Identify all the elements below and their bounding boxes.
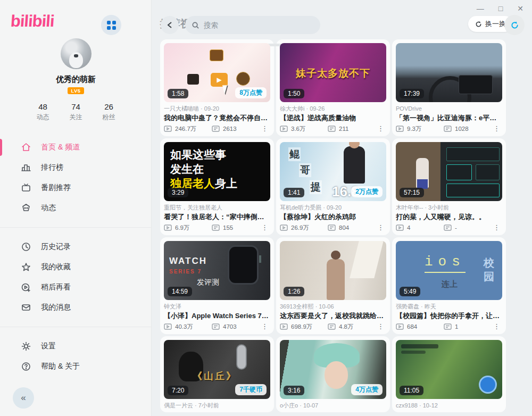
window-controls: — □ ✕ [477,3,523,14]
video-title: 【逆战】逆战高质量油物 [280,114,386,122]
user-profile: 优秀的萌新 LV5 48 动态 74 关注 26 粉丝 [0,38,152,122]
more-menu-button[interactable]: ⋮ [492,224,502,231]
video-card[interactable]: 妹子太多放不下 1:50 徐大大帅i · 09-26 【逆战】逆战高质量油物 3… [276,39,390,136]
more-menu-button[interactable]: ⋮ [492,323,502,330]
like-badge: 4万点赞 [351,384,383,395]
play-count-icon [396,126,404,132]
minimize-button[interactable]: — [477,3,484,14]
more-menu-button[interactable]: ⋮ [376,323,386,330]
video-card[interactable]: 17:39 POVDrive 「第一视角」比亚迪海豚：e平台3.0首… 9.3万… [392,39,506,136]
clock-icon [21,242,31,252]
more-menu-button[interactable]: ⋮ [376,224,386,231]
uploader-line: 36913全梓熙 · 10-06 [280,303,386,310]
more-menu-button[interactable]: ⋮ [376,125,386,132]
more-menu-button[interactable]: ⋮ [260,323,270,330]
danmaku-count: 4.8万 [339,323,354,330]
maximize-button[interactable]: □ [498,3,503,14]
danmaku-count: 211 [339,125,348,132]
danmaku-icon [444,126,452,132]
video-thumbnail: 妹子太多放不下 1:50 [280,43,386,102]
video-grid: ▶ 1:58 8万点赞 一只大橘喵喵 · 09-20 我的电脑中蛊了？竟然会不停… [160,39,513,412]
sidebar-item-settings[interactable]: 设置 [0,336,152,356]
stat-dynamics[interactable]: 48 动态 [37,102,49,122]
sidebar-item-label: 历史记录 [41,242,71,252]
video-card[interactable]: WATCH SERIES 7 发评测 14:59 钟文泽 【小泽】Apple W… [160,237,274,334]
sidebar-item-watch-later[interactable]: 稍后再看 [0,277,152,297]
search-input[interactable] [204,21,314,29]
play-count-icon [164,224,172,231]
video-card[interactable]: 1:26 36913全梓熙 · 10-06 这东西要是火了，返校我就跳给全班同…… [276,237,390,334]
stat-label: 粉丝 [103,113,115,122]
sidebar-item-ranking[interactable]: 排行榜 [0,157,152,178]
close-button[interactable]: ✕ [517,3,523,14]
collapse-icon: « [21,393,26,403]
video-card[interactable]: 57:15 木叶年华-- · 3小时前 打的菜，人又嘴硬，见谅。。 4 - ⋮ [392,138,506,235]
more-menu-button[interactable]: ⋮ [260,125,270,132]
sidebar-item-favorites[interactable]: 我的收藏 [0,257,152,277]
more-menu-button[interactable]: ⋮ [492,125,502,132]
duration-badge: 17:39 [400,89,424,98]
video-thumbnail: 1:26 [280,241,386,300]
sidebar-item-messages[interactable]: 我的消息 [0,297,152,318]
collapse-sidebar-button[interactable]: « [13,387,34,409]
video-card[interactable]: 如果这些事 发生在 独居老人身上 3:29 重阳节，关注独居老人 看哭了！独居老… [160,138,274,235]
duration-badge: 5:49 [400,287,420,296]
thumbnail-text: 发生在 [170,162,264,176]
duration-badge: 11:05 [400,386,423,395]
video-card[interactable]: 《山丘》 7:20 7千硬币 偶是一片云 · 7小时前 [160,336,274,412]
stat-following[interactable]: 74 关注 [70,102,82,122]
sidebar-item-label: 我的消息 [41,303,71,312]
uploader-line: 钟文泽 [164,303,270,310]
gear-icon [21,342,31,351]
video-title: 打的菜，人又嘴硬，见谅。。 [396,213,502,221]
uploader-line: 徐大大帅i · 09-26 [280,105,386,112]
uploader-line: POVDrive [396,105,502,112]
video-card[interactable]: 11:05 czx9188 · 10-12 [392,336,506,412]
stat-value: 74 [70,102,82,111]
play-count-icon [164,323,172,330]
uploader-line: 偶是一片云 · 7小时前 [164,402,270,409]
danmaku-count: 155 [223,224,233,231]
video-card[interactable]: 鲲 哥 提 16.8 1:41 2万点赞 耳机de听力受损 · 09-20 【蔡… [276,138,390,235]
view-count: 6.9万 [175,224,190,231]
watch-later-icon [21,282,31,292]
video-stats: 26.9万 804 ⋮ [280,224,386,231]
sidebar-item-help-about[interactable]: 帮助 & 关于 [0,356,152,377]
video-card[interactable]: ▶ 1:58 8万点赞 一只大橘喵喵 · 09-20 我的电脑中蛊了？竟然会不停… [160,39,274,136]
thumbnail-text: ios [425,254,466,273]
danmaku-icon [328,323,336,330]
sidebar-item-history[interactable]: 历史记录 [0,237,152,257]
danmaku-icon [444,323,452,330]
video-thumbnail: ▶ 1:58 8万点赞 [164,43,270,102]
sidebar-item-dynamic[interactable]: 动态 [0,198,152,218]
swap-label: 换一换 [485,19,506,29]
view-count: 698.9万 [291,323,312,330]
bilibili-logo: bilibili [10,12,55,31]
video-thumbnail: 17:39 [396,43,502,102]
duration-badge: 1:41 [284,188,304,197]
video-title: 看哭了！独居老人：“家中摔倒，最痛… [164,213,270,221]
danmaku-count: 804 [339,224,349,231]
apps-grid-button[interactable] [101,15,121,35]
view-count: 684 [407,323,417,330]
refresh-button[interactable] [504,15,525,35]
sidebar-item-bangumi[interactable]: 番剧推荐 [0,178,152,198]
back-button[interactable] [161,16,179,34]
avatar[interactable] [61,38,92,69]
play-count-icon [280,323,288,330]
sidebar-item-home[interactable]: 首页 & 频道 [0,137,152,157]
more-menu-button[interactable]: ⋮ [260,224,270,231]
stat-fans[interactable]: 26 粉丝 [103,102,115,122]
danmaku-count: 1028 [455,125,469,132]
thumbnail-text: 鲲 [288,147,301,161]
thumbnail-text: 如果这些事 [170,147,264,162]
video-title: 「第一视角」比亚迪海豚：e平台3.0首… [396,114,502,122]
video-card[interactable]: 3:16 4万点赞 o小庄o · 10-07 [276,336,390,412]
search-icon [192,21,200,29]
video-card[interactable]: ios 连上 校园 5:49 强势霸盘 · 昨天 【校园篇】快把你的手拿开，让快… [392,237,506,334]
danmaku-icon [212,126,220,132]
view-count: 3.6万 [291,125,306,132]
sidebar-item-label: 设置 [41,342,56,351]
video-thumbnail: 57:15 [396,142,502,201]
video-thumbnail: 如果这些事 发生在 独居老人身上 3:29 [164,142,270,201]
